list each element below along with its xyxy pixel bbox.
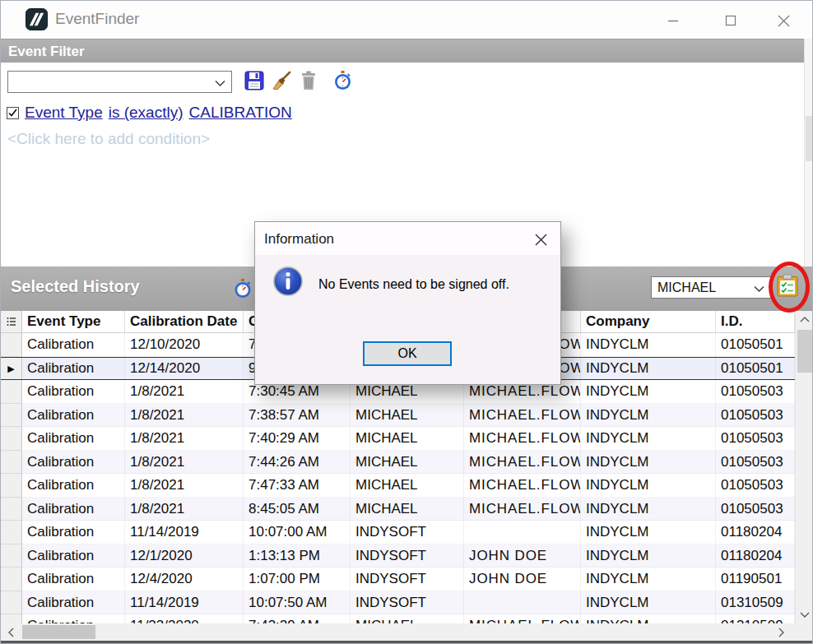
table-cell: Calibration [22,614,125,623]
window-title: EventFinder [55,10,139,28]
scrollbar-thumb[interactable] [806,116,813,161]
row-selector[interactable] [1,521,22,544]
row-selector[interactable] [1,544,22,568]
table-cell: MICHAEL.FLOWE [464,427,581,451]
table-cell: INDYSOFT [351,591,464,615]
table-vertical-scrollbar[interactable] [795,311,813,623]
table-cell: Calibration [22,358,125,380]
table-row[interactable]: Calibration1/8/20218:45:05 AMMICHAELMICH… [1,498,795,521]
table-row[interactable]: Calibration11/14/201910:07:50 AMINDYSOFT… [1,591,795,615]
chevron-down-icon [215,72,225,92]
table-cell: Calibration [22,591,125,615]
row-selector[interactable] [1,591,22,615]
row-selector[interactable] [1,451,22,475]
table-cell: 01310509 [716,591,795,615]
table-cell: 01190501 [716,568,795,591]
condition-checkbox[interactable] [7,107,19,119]
table-cell: 1/8/2021 [125,427,244,451]
table-cell: INDYCLM [581,498,716,521]
table-row[interactable]: Calibration12/4/20201:07:00 PMINDYSOFTJO… [1,568,795,591]
column-header-calibration-date[interactable]: Calibration Date [125,311,244,332]
filter-panel-scrollbar[interactable] [804,39,813,266]
row-selector[interactable] [1,614,22,623]
table-cell: 01050503 [716,451,795,475]
table-cell: 11/23/2020 [125,614,244,623]
table-cell: 1/8/2021 [125,498,244,521]
table-cell: 01050503 [716,404,795,428]
user-combobox[interactable]: MICHAEL [651,276,771,299]
table-cell: 1/8/2021 [125,404,244,428]
table-cell: INDYCLM [581,521,716,544]
column-header-company[interactable]: Company [581,311,716,332]
table-horizontal-scrollbar[interactable] [1,623,795,641]
chevron-down-icon [754,277,764,298]
table-cell: MICHAEL [351,614,464,623]
condition-operator-link[interactable]: is (exactly) [109,104,184,122]
table-row[interactable]: Calibration1/8/20217:38:57 AMMICHAELMICH… [1,404,795,428]
table-cell: 12/14/2020 [125,358,244,380]
scroll-down-icon[interactable] [796,606,813,623]
row-selector[interactable] [1,474,22,498]
table-row[interactable]: Calibration1/8/20217:44:26 AMMICHAELMICH… [1,451,795,475]
table-row[interactable]: Calibration11/14/201910:07:00 AMINDYSOFT… [1,521,795,544]
scroll-right-icon[interactable] [773,623,790,641]
row-selector[interactable] [1,498,22,521]
table-cell: 8:45:05 AM [244,498,351,521]
current-row-marker[interactable]: ▶ [1,358,22,380]
clear-filter-broom-icon[interactable] [272,71,291,90]
table-cell: Calibration [22,451,125,475]
info-icon [272,266,304,297]
scroll-up-icon[interactable] [796,311,813,328]
table-cell: 12/4/2020 [125,568,244,591]
condition-field-link[interactable]: Event Type [25,104,103,122]
minimize-button[interactable] [659,11,687,30]
scrollbar-thumb[interactable] [797,330,812,373]
table-cell: Calibration [22,380,125,404]
ok-button[interactable]: OK [363,341,452,366]
dialog-body: No Events need to be signed off. OK [255,255,560,384]
table-cell: MICHAEL.FLOWE [464,404,581,428]
condition-value-link[interactable]: CALIBRATION [189,104,292,122]
row-selector[interactable] [1,568,22,591]
table-cell: 10:07:50 AM [244,591,351,615]
row-selector-header[interactable] [1,311,22,332]
table-cell: 11/14/2019 [125,521,244,544]
table-row[interactable]: Calibration1/8/20217:40:29 AMMICHAELMICH… [1,427,795,451]
scrollbar-thumb[interactable] [22,625,95,639]
table-cell: 1:07:00 PM [244,568,351,591]
history-stopwatch-icon[interactable] [234,279,252,299]
delete-filter-trash-icon[interactable] [300,71,319,90]
maximize-button[interactable] [717,11,745,30]
row-selector[interactable] [1,333,22,357]
table-cell: 01050503 [716,474,795,498]
run-filter-stopwatch-icon[interactable] [333,71,353,90]
row-selector[interactable] [1,380,22,404]
table-cell: INDYCLM [581,544,716,568]
table-cell: 1/8/2021 [125,474,244,498]
table-row[interactable]: Calibration1/8/20217:47:33 AMMICHAELMICH… [1,474,795,498]
table-cell: 01050501 [716,333,795,357]
close-button[interactable] [769,11,797,30]
table-cell: MICHAEL.FLOWE [464,498,581,521]
scroll-left-icon[interactable] [2,623,20,641]
table-cell: 7:47:33 AM [244,474,351,498]
app-logo-icon [26,8,48,30]
column-header-event-type[interactable]: Event Type [22,311,125,332]
table-cell: 01050501 [716,358,795,380]
table-cell: 7:38:57 AM [244,404,351,428]
dialog-title-bar[interactable]: Information [255,222,560,255]
table-cell: INDYCLM [581,333,716,357]
row-selector[interactable] [1,404,22,428]
table-cell: INDYCLM [581,568,716,591]
add-condition-hint[interactable]: <Click here to add condition> [7,130,210,148]
table-cell: Calibration [22,568,125,591]
table-cell: 1/8/2021 [125,380,244,404]
dialog-message: No Events need to be signed off. [318,277,509,292]
table-row[interactable]: Calibration11/23/20207:43:29 AMMICHAELMI… [1,614,795,623]
dialog-close-icon[interactable] [531,229,551,249]
row-selector[interactable] [1,427,22,451]
filter-preset-combobox[interactable] [7,71,232,93]
save-filter-icon[interactable] [244,71,264,90]
column-header-id[interactable]: I.D. [716,311,795,332]
table-row[interactable]: Calibration12/1/20201:13:13 PMINDYSOFTJO… [1,544,795,568]
